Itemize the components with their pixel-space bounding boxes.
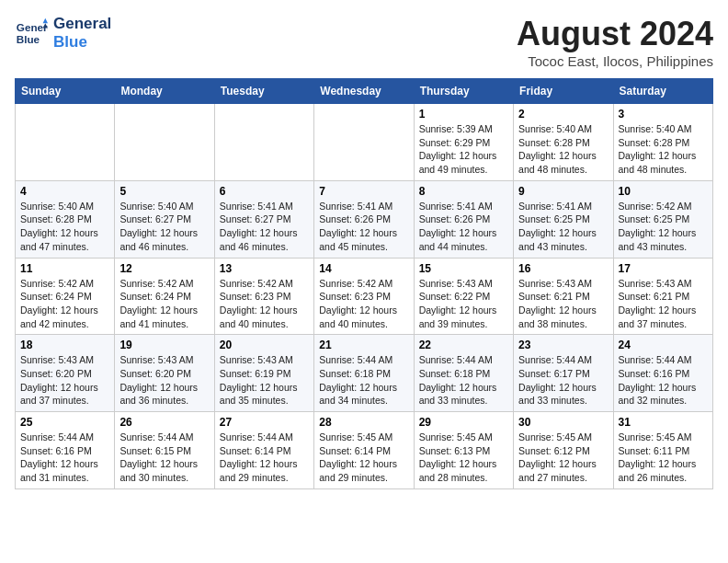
weekday-header-friday: Friday — [514, 79, 613, 104]
calendar-cell: 28Sunrise: 5:45 AM Sunset: 6:14 PM Dayli… — [314, 412, 414, 489]
logo-line2: Blue — [53, 33, 111, 52]
day-number: 13 — [220, 262, 309, 275]
calendar: SundayMondayTuesdayWednesdayThursdayFrid… — [15, 78, 713, 489]
title-block: August 2024 Tococ East, Ilocos, Philippi… — [517, 15, 713, 69]
day-number: 17 — [619, 262, 708, 275]
calendar-cell: 15Sunrise: 5:43 AM Sunset: 6:22 PM Dayli… — [414, 258, 513, 335]
calendar-week-5: 25Sunrise: 5:44 AM Sunset: 6:16 PM Dayli… — [16, 412, 713, 489]
day-number: 11 — [20, 262, 109, 275]
calendar-week-4: 18Sunrise: 5:43 AM Sunset: 6:20 PM Dayli… — [16, 335, 713, 412]
calendar-week-2: 4Sunrise: 5:40 AM Sunset: 6:28 PM Daylig… — [16, 180, 713, 258]
calendar-cell: 13Sunrise: 5:42 AM Sunset: 6:23 PM Dayli… — [214, 258, 313, 335]
calendar-cell: 21Sunrise: 5:44 AM Sunset: 6:18 PM Dayli… — [314, 335, 414, 412]
day-number: 3 — [619, 108, 708, 121]
day-info: Sunrise: 5:41 AM Sunset: 6:26 PM Dayligh… — [319, 200, 408, 254]
day-number: 15 — [419, 262, 508, 275]
day-info: Sunrise: 5:41 AM Sunset: 6:27 PM Dayligh… — [220, 200, 309, 254]
day-number: 7 — [319, 185, 408, 198]
day-number: 23 — [518, 339, 608, 351]
day-info: Sunrise: 5:40 AM Sunset: 6:27 PM Dayligh… — [119, 200, 209, 254]
day-number: 1 — [419, 108, 508, 121]
day-info: Sunrise: 5:42 AM Sunset: 6:24 PM Dayligh… — [119, 277, 209, 331]
day-number: 25 — [20, 416, 109, 429]
svg-text:Blue: Blue — [17, 32, 40, 44]
calendar-cell — [115, 104, 214, 181]
location: Tococ East, Ilocos, Philippines — [517, 53, 713, 69]
day-info: Sunrise: 5:39 AM Sunset: 6:29 PM Dayligh… — [419, 122, 508, 177]
calendar-cell: 18Sunrise: 5:43 AM Sunset: 6:20 PM Dayli… — [16, 335, 115, 412]
logo-icon: General Blue — [15, 17, 48, 50]
day-number: 10 — [619, 185, 708, 198]
day-info: Sunrise: 5:44 AM Sunset: 6:18 PM Dayligh… — [419, 353, 508, 408]
calendar-cell: 24Sunrise: 5:44 AM Sunset: 6:16 PM Dayli… — [613, 335, 712, 412]
calendar-body: 1Sunrise: 5:39 AM Sunset: 6:29 PM Daylig… — [16, 104, 713, 489]
weekday-header-saturday: Saturday — [613, 79, 712, 104]
calendar-cell: 1Sunrise: 5:39 AM Sunset: 6:29 PM Daylig… — [414, 104, 513, 181]
weekday-header-monday: Monday — [115, 79, 214, 104]
calendar-cell: 23Sunrise: 5:44 AM Sunset: 6:17 PM Dayli… — [514, 335, 613, 412]
calendar-cell: 25Sunrise: 5:44 AM Sunset: 6:16 PM Dayli… — [16, 412, 115, 489]
logo: General Blue General Blue — [15, 15, 111, 51]
calendar-cell: 22Sunrise: 5:44 AM Sunset: 6:18 PM Dayli… — [414, 335, 513, 412]
day-number: 9 — [518, 185, 608, 198]
calendar-cell: 6Sunrise: 5:41 AM Sunset: 6:27 PM Daylig… — [214, 180, 313, 258]
day-info: Sunrise: 5:43 AM Sunset: 6:22 PM Dayligh… — [419, 277, 508, 331]
day-info: Sunrise: 5:43 AM Sunset: 6:21 PM Dayligh… — [518, 277, 608, 331]
day-number: 31 — [619, 416, 708, 429]
day-info: Sunrise: 5:44 AM Sunset: 6:17 PM Dayligh… — [518, 353, 608, 408]
day-info: Sunrise: 5:42 AM Sunset: 6:23 PM Dayligh… — [220, 277, 309, 331]
calendar-cell: 2Sunrise: 5:40 AM Sunset: 6:28 PM Daylig… — [514, 104, 613, 181]
calendar-cell: 9Sunrise: 5:41 AM Sunset: 6:25 PM Daylig… — [514, 180, 613, 258]
day-number: 20 — [220, 339, 309, 351]
calendar-cell: 30Sunrise: 5:45 AM Sunset: 6:12 PM Dayli… — [514, 412, 613, 489]
calendar-cell — [314, 104, 414, 181]
calendar-cell — [214, 104, 313, 181]
calendar-cell: 26Sunrise: 5:44 AM Sunset: 6:15 PM Dayli… — [115, 412, 214, 489]
day-info: Sunrise: 5:44 AM Sunset: 6:18 PM Dayligh… — [319, 353, 408, 408]
calendar-cell: 12Sunrise: 5:42 AM Sunset: 6:24 PM Dayli… — [115, 258, 214, 335]
day-info: Sunrise: 5:45 AM Sunset: 6:13 PM Dayligh… — [419, 431, 508, 485]
day-number: 12 — [119, 262, 209, 275]
day-number: 5 — [119, 185, 209, 198]
weekday-header-sunday: Sunday — [16, 79, 115, 104]
month-title: August 2024 — [517, 15, 713, 53]
day-number: 30 — [518, 416, 608, 429]
day-number: 2 — [518, 108, 608, 121]
day-info: Sunrise: 5:41 AM Sunset: 6:26 PM Dayligh… — [419, 200, 508, 254]
day-info: Sunrise: 5:44 AM Sunset: 6:14 PM Dayligh… — [220, 431, 309, 485]
calendar-cell: 7Sunrise: 5:41 AM Sunset: 6:26 PM Daylig… — [314, 180, 414, 258]
day-number: 14 — [319, 262, 408, 275]
day-info: Sunrise: 5:40 AM Sunset: 6:28 PM Dayligh… — [619, 122, 708, 177]
page-header: General Blue General Blue August 2024 To… — [15, 15, 713, 69]
calendar-cell: 16Sunrise: 5:43 AM Sunset: 6:21 PM Dayli… — [514, 258, 613, 335]
day-number: 6 — [220, 185, 309, 198]
day-info: Sunrise: 5:42 AM Sunset: 6:23 PM Dayligh… — [319, 277, 408, 331]
day-info: Sunrise: 5:41 AM Sunset: 6:25 PM Dayligh… — [518, 200, 608, 254]
calendar-cell: 14Sunrise: 5:42 AM Sunset: 6:23 PM Dayli… — [314, 258, 414, 335]
day-info: Sunrise: 5:45 AM Sunset: 6:11 PM Dayligh… — [619, 431, 708, 485]
calendar-cell: 4Sunrise: 5:40 AM Sunset: 6:28 PM Daylig… — [16, 180, 115, 258]
day-info: Sunrise: 5:44 AM Sunset: 6:15 PM Dayligh… — [119, 431, 209, 485]
day-info: Sunrise: 5:45 AM Sunset: 6:14 PM Dayligh… — [319, 431, 408, 485]
logo-line1: General — [53, 15, 111, 33]
day-info: Sunrise: 5:43 AM Sunset: 6:20 PM Dayligh… — [20, 353, 109, 408]
calendar-cell — [16, 104, 115, 181]
day-info: Sunrise: 5:44 AM Sunset: 6:16 PM Dayligh… — [20, 431, 109, 485]
day-number: 19 — [119, 339, 209, 351]
day-number: 16 — [518, 262, 608, 275]
calendar-cell: 20Sunrise: 5:43 AM Sunset: 6:19 PM Dayli… — [214, 335, 313, 412]
weekday-header-thursday: Thursday — [414, 79, 513, 104]
weekday-header-wednesday: Wednesday — [314, 79, 414, 104]
day-number: 26 — [119, 416, 209, 429]
calendar-cell: 27Sunrise: 5:44 AM Sunset: 6:14 PM Dayli… — [214, 412, 313, 489]
calendar-week-3: 11Sunrise: 5:42 AM Sunset: 6:24 PM Dayli… — [16, 258, 713, 335]
day-number: 21 — [319, 339, 408, 351]
calendar-cell: 29Sunrise: 5:45 AM Sunset: 6:13 PM Dayli… — [414, 412, 513, 489]
day-number: 27 — [220, 416, 309, 429]
calendar-cell: 8Sunrise: 5:41 AM Sunset: 6:26 PM Daylig… — [414, 180, 513, 258]
calendar-cell: 10Sunrise: 5:42 AM Sunset: 6:25 PM Dayli… — [613, 180, 712, 258]
weekday-header-tuesday: Tuesday — [214, 79, 313, 104]
day-number: 18 — [20, 339, 109, 351]
day-info: Sunrise: 5:43 AM Sunset: 6:20 PM Dayligh… — [119, 353, 209, 408]
day-info: Sunrise: 5:42 AM Sunset: 6:25 PM Dayligh… — [619, 200, 708, 254]
